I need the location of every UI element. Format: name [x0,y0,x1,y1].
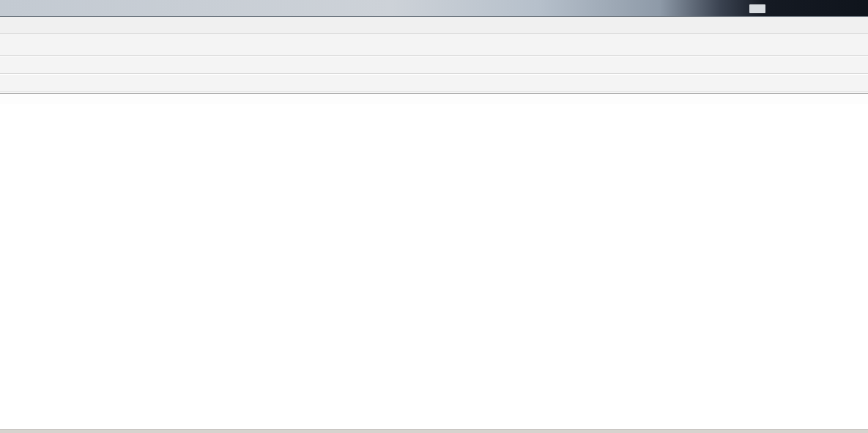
bottom-strip [0,429,868,433]
date-axis [0,93,868,105]
background-artifact [749,4,765,13]
main-toolbar [0,34,868,56]
indicator-row [0,104,868,117]
menu-bar [0,17,868,34]
title-bar [0,0,868,17]
kline-chart[interactable] [0,117,868,429]
icon-toolbar [0,56,868,74]
app-window [0,0,868,433]
drawing-toolbar [0,75,868,92]
